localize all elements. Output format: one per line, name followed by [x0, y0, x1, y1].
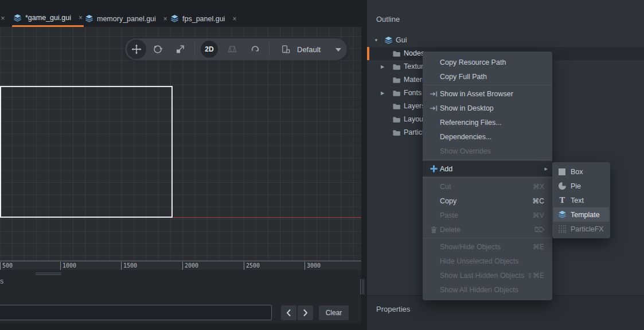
prev-button[interactable] — [281, 305, 296, 320]
toolbar-separator — [194, 42, 195, 56]
ruler-tick-label: 1500 — [121, 262, 137, 270]
box-icon — [557, 168, 567, 176]
menu-item-copy-resource-path[interactable]: Copy Resource Path — [423, 55, 552, 69]
bottom-panel: s Clear — [0, 270, 361, 330]
ruler-tick-label: 2000 — [182, 262, 198, 270]
menu-item-copy-full-path[interactable]: Copy Full Path — [423, 69, 552, 84]
guide-line — [173, 217, 361, 218]
menu-item-label: Copy Full Path — [440, 73, 487, 81]
status-strip — [0, 323, 361, 330]
vertical-splitter-handle[interactable] — [360, 279, 365, 294]
submenu-item-text[interactable]: TText — [552, 193, 610, 207]
menu-item-label: Show All Hidden Objects — [440, 286, 518, 294]
particlefx-icon — [557, 225, 567, 233]
scale-tool-icon[interactable] — [175, 44, 185, 54]
menu-item-add[interactable]: Add▶ — [423, 161, 552, 176]
outline-panel-title: Outline — [376, 15, 400, 23]
submenu-item-template[interactable]: Template — [552, 207, 610, 222]
menu-item-label: Show Overrides — [440, 147, 491, 155]
expander-icon[interactable]: ▶ — [381, 60, 384, 73]
ruler-tick-label: 500 — [0, 262, 13, 270]
folder-icon — [392, 47, 401, 60]
clear-button[interactable]: Clear — [319, 305, 349, 320]
menu-item-label: Delete — [440, 226, 460, 234]
ruler-tick-label: 3000 — [305, 262, 321, 270]
folder-icon — [392, 113, 401, 126]
tab-close-icon[interactable]: × — [163, 15, 167, 23]
next-button[interactable] — [298, 305, 313, 320]
tab-memory-panel-gui[interactable]: memory_panel.gui× — [84, 10, 169, 27]
menu-item-label: Show/Hide Objects — [440, 243, 501, 251]
search-input[interactable] — [0, 305, 272, 320]
outline-node-label: Nodes — [404, 47, 424, 60]
layout-profile-label[interactable]: Default — [297, 38, 321, 60]
menu-item-delete: Delete⌦ — [423, 222, 552, 237]
plus-icon — [427, 164, 440, 173]
outline-node-gui[interactable]: ▼Gui — [367, 34, 644, 47]
rotate-tool-icon[interactable] — [153, 44, 163, 54]
gui-file-icon — [13, 14, 22, 22]
menu-item-label: Referencing Files... — [440, 119, 502, 127]
submenu-item-box[interactable]: Box — [552, 164, 610, 179]
submenu-item-label: Pie — [571, 182, 581, 190]
tab-label: fps_panel.gui — [182, 15, 225, 23]
chevron-right-icon — [303, 309, 308, 317]
folder-icon — [392, 100, 401, 113]
scene-viewport[interactable]: 2D Default 50010001500200025 — [0, 27, 361, 270]
tab-game-gui-gui[interactable]: *game_gui.gui× — [12, 10, 84, 27]
menu-item-paste: Paste⌘V — [423, 208, 552, 222]
pie-icon — [557, 182, 567, 190]
2d-mode-toggle[interactable]: 2D — [201, 41, 218, 58]
menu-item-dependencies[interactable]: Dependencies... — [423, 129, 552, 144]
menu-item-label: Add — [440, 165, 452, 173]
tab-label: *game_gui.gui — [25, 14, 71, 22]
menu-item-copy[interactable]: Copy⌘C — [423, 194, 552, 208]
clipped-tab-close-icon[interactable]: × — [1, 14, 5, 22]
menu-item-referencing-files[interactable]: Referencing Files... — [423, 115, 552, 129]
menu-shortcut: ⇧⌘E — [527, 272, 552, 280]
menu-item-label: Show in Desktop — [440, 104, 494, 112]
gui-icon — [384, 34, 393, 47]
menu-item-show-overrides: Show Overrides — [423, 144, 552, 158]
horizontal-ruler: 50010001500200025003000 — [0, 261, 361, 270]
chevron-down-icon[interactable] — [335, 48, 341, 52]
menu-separator — [423, 85, 552, 85]
layout-device-icon[interactable] — [280, 44, 291, 54]
selection-accent-bar — [367, 47, 369, 60]
trash-icon — [427, 226, 440, 234]
move-tool-icon[interactable] — [131, 44, 142, 54]
editor-tab-bar: × *game_gui.gui×memory_panel.gui×fps_pan… — [0, 0, 361, 27]
context-menu: Copy Resource PathCopy Full PathShow in … — [423, 52, 552, 300]
submenu-item-label: Text — [571, 197, 584, 205]
folder-icon — [392, 87, 401, 100]
gui-file-icon — [170, 14, 179, 23]
menu-item-show-in-desktop[interactable]: Show in Desktop — [423, 101, 552, 115]
tab-close-icon[interactable]: × — [79, 14, 83, 22]
submenu-item-label: Template — [571, 211, 600, 219]
submenu-item-label: ParticleFX — [571, 225, 604, 233]
properties-panel: Properties — [367, 295, 644, 330]
tab-fps-panel-gui[interactable]: fps_panel.gui× — [169, 10, 237, 27]
expander-icon[interactable]: ▶ — [381, 87, 384, 100]
menu-item-label: Copy — [440, 197, 456, 205]
menu-item-show-in-asset-browser[interactable]: Show in Asset Browser — [423, 87, 552, 101]
frustum-culling-icon[interactable] — [227, 44, 237, 54]
tab-close-icon[interactable]: × — [232, 15, 236, 23]
submenu-item-pie[interactable]: Pie — [552, 179, 610, 193]
properties-panel-title: Properties — [376, 305, 410, 313]
gui-scene-bounds[interactable] — [0, 86, 173, 218]
menu-item-cut: Cut⌘X — [423, 179, 552, 194]
outline-node-label: Gui — [396, 34, 407, 47]
horizontal-splitter-handle[interactable] — [36, 273, 61, 276]
folder-icon — [392, 60, 401, 73]
outline-node-label: Layers — [404, 100, 426, 113]
expander-icon[interactable]: ▼ — [374, 34, 378, 47]
submenu-item-particlefx[interactable]: ParticleFX — [552, 222, 610, 236]
template-icon — [557, 210, 567, 219]
menu-item-show-hide-objects: Show/Hide Objects⌘E — [423, 239, 552, 254]
rotation-mode-icon[interactable] — [250, 44, 260, 54]
menu-separator — [423, 238, 552, 238]
ruler-tick-label: 1000 — [60, 262, 76, 270]
menu-item-label: Hide Unselected Objects — [440, 257, 519, 265]
menu-item-label: Dependencies... — [440, 133, 491, 141]
